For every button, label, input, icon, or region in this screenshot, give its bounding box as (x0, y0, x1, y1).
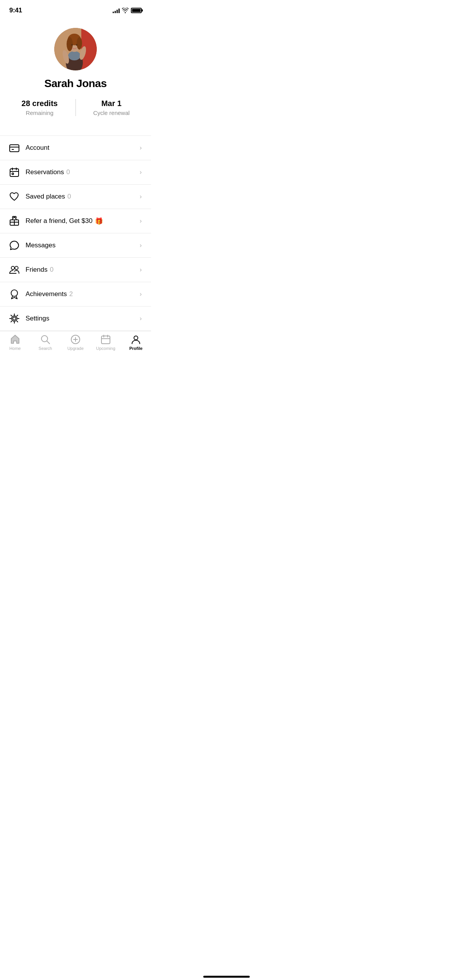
messages-chevron: › (140, 242, 142, 249)
menu-item-reservations[interactable]: Reservations 0 › (0, 160, 151, 184)
upcoming-nav-icon (101, 334, 111, 344)
svg-point-25 (11, 266, 14, 269)
account-label-wrap: Account (26, 144, 140, 152)
credits-value: 28 credits (22, 99, 58, 108)
wifi-icon (122, 8, 129, 13)
reservations-count: 0 (66, 168, 70, 176)
svg-point-26 (15, 266, 18, 269)
svg-point-5 (68, 51, 81, 60)
nav-item-home[interactable]: Home (3, 334, 27, 351)
svg-line-31 (47, 341, 50, 344)
svg-rect-21 (12, 173, 14, 175)
settings-chevron: › (140, 315, 142, 322)
menu-item-messages[interactable]: Messages › (0, 233, 151, 257)
saved-chevron: › (140, 193, 142, 200)
settings-label: Settings (26, 315, 49, 322)
saved-count: 0 (67, 193, 71, 200)
menu-item-refer[interactable]: Refer a friend, Get $30 🎁 › (0, 209, 151, 233)
menu-item-settings[interactable]: Settings › (0, 306, 151, 331)
nav-item-profile[interactable]: Profile (124, 334, 148, 351)
profile-nav-label: Profile (129, 346, 142, 351)
upcoming-nav-label: Upcoming (96, 346, 115, 351)
home-nav-icon (10, 334, 20, 344)
nav-item-upcoming[interactable]: Upcoming (94, 334, 117, 351)
status-icons (113, 8, 142, 13)
search-nav-icon (40, 334, 50, 344)
refer-chevron: › (140, 218, 142, 224)
nav-item-upgrade[interactable]: Upgrade (64, 334, 87, 351)
friends-count: 0 (50, 266, 53, 274)
settings-icon (9, 314, 26, 324)
profile-section: Sarah Jonas 28 credits Remaining Mar 1 C… (0, 19, 151, 135)
achievements-label-wrap: Achievements 2 (26, 290, 140, 298)
refer-badge: 🎁 (95, 217, 103, 225)
user-name: Sarah Jonas (44, 77, 106, 90)
search-nav-label: Search (39, 346, 52, 351)
upgrade-nav-icon (70, 334, 81, 344)
achievements-icon (9, 289, 26, 299)
menu-item-friends[interactable]: Friends 0 › (0, 257, 151, 282)
friends-label-wrap: Friends 0 (26, 266, 140, 274)
menu-item-saved[interactable]: Saved places 0 › (0, 184, 151, 209)
refer-label-wrap: Refer a friend, Get $30 🎁 (26, 217, 140, 225)
settings-label-wrap: Settings (26, 315, 140, 322)
avatar (54, 28, 97, 70)
nav-item-search[interactable]: Search (34, 334, 57, 351)
renewal-stat: Mar 1 Cycle renewal (84, 99, 140, 116)
battery-icon (131, 8, 142, 13)
messages-label-wrap: Messages (26, 242, 140, 249)
achievements-chevron: › (140, 291, 142, 298)
saved-label-wrap: Saved places 0 (26, 193, 140, 200)
status-bar: 9:41 (0, 0, 151, 19)
achievements-label: Achievements (26, 290, 67, 298)
renewal-value: Mar 1 (101, 99, 122, 108)
svg-point-39 (134, 336, 138, 340)
reservations-chevron: › (140, 169, 142, 176)
svg-point-28 (13, 317, 16, 320)
svg-point-27 (11, 290, 18, 296)
signal-icon (113, 8, 120, 13)
svg-rect-17 (10, 169, 19, 176)
upgrade-nav-label: Upgrade (67, 346, 84, 351)
account-chevron: › (140, 144, 142, 151)
profile-nav-icon (131, 334, 141, 344)
saved-label: Saved places (26, 193, 65, 200)
achievements-count: 2 (69, 290, 73, 298)
svg-rect-35 (101, 336, 110, 344)
stats-row: 28 credits Remaining Mar 1 Cycle renewal (0, 99, 151, 116)
svg-point-9 (77, 37, 82, 50)
refer-icon (9, 216, 26, 226)
friends-chevron: › (140, 266, 142, 273)
svg-point-8 (67, 37, 73, 51)
reservations-label: Reservations (26, 168, 64, 176)
account-label: Account (26, 144, 49, 152)
svg-point-10 (71, 44, 73, 46)
friends-label: Friends (26, 266, 48, 274)
status-time: 9:41 (9, 7, 22, 14)
credits-stat: 28 credits Remaining (12, 99, 68, 116)
reservations-label-wrap: Reservations 0 (26, 168, 140, 176)
messages-label: Messages (26, 242, 55, 249)
menu-item-achievements[interactable]: Achievements 2 › (0, 282, 151, 306)
saved-icon (9, 192, 26, 202)
stats-divider (76, 99, 76, 116)
renewal-label: Cycle renewal (93, 110, 130, 116)
svg-point-11 (76, 44, 78, 46)
refer-label: Refer a friend, Get $30 (26, 217, 93, 225)
friends-icon (9, 265, 26, 275)
reservations-icon (9, 167, 26, 177)
messages-icon (9, 240, 26, 250)
credits-label: Remaining (26, 110, 53, 116)
home-nav-label: Home (9, 346, 21, 351)
account-icon (9, 143, 26, 153)
menu-item-account[interactable]: Account › (0, 135, 151, 160)
svg-rect-14 (10, 145, 19, 152)
bottom-nav: Home Search Upgrade (0, 331, 151, 358)
menu-list: Account › Reservations 0 › Saved (0, 135, 151, 331)
